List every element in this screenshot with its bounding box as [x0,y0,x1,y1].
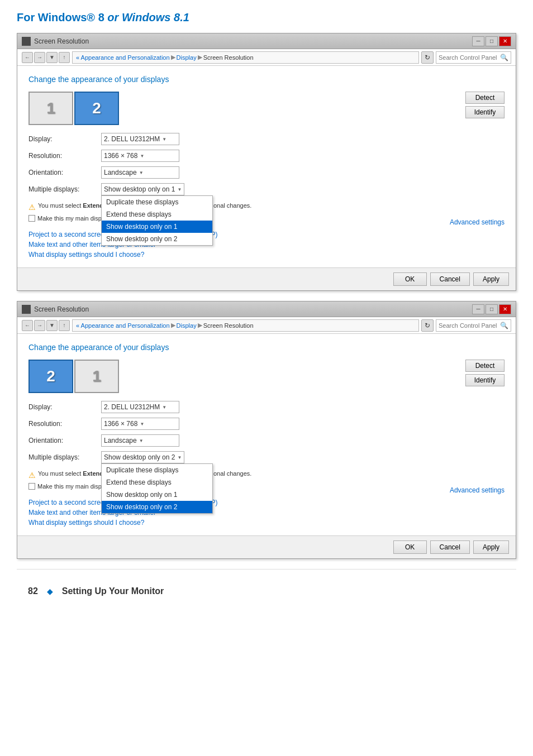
make-my-main-2: Make this my main display [28,483,505,490]
dd-show1-1[interactable]: Show desktop only on 1 [102,221,212,233]
window-2-controls: ─ □ ✕ [472,304,511,314]
multiple-label-1: Multiple displays: [28,185,101,193]
close-button[interactable]: ✕ [499,36,511,46]
link-project-2[interactable]: Project to a second screen (or press the… [28,499,505,506]
warning-icon-1: ⚠ [28,203,36,212]
sep1-2: ▶ [171,322,175,329]
breadcrumb-display-2[interactable]: Display [177,322,197,329]
multiple-dropdown-arrow-2: ▼ [177,455,182,460]
window-1-titlebar: Screen Resolution ─ □ ✕ [17,34,516,49]
multiple-dropdown-1[interactable]: Show desktop only on 1 ▼ [101,183,184,195]
displays-area-2: 2 1 Detect Identify [28,360,505,393]
breadcrumb-appearance-2[interactable]: « Appearance and Personalization [76,322,170,329]
page-footer: 82 ◆ Setting Up Your Monitor [17,569,516,607]
forward-button[interactable]: → [34,52,45,63]
minimize-button[interactable]: ─ [472,36,484,46]
monitor-2-box-2[interactable]: 2 [28,360,73,393]
address-path-2: « Appearance and Personalization ▶ Displ… [72,319,419,332]
window-1-footer: OK Cancel Apply [17,267,516,290]
multiple-dropdown-2[interactable]: Show desktop only on 2 ▼ [101,451,184,463]
window-2: Screen Resolution ─ □ ✕ ← → ▼ ↑ « Appear… [17,301,516,559]
search-input[interactable] [439,54,500,61]
display-dropdown-text-1: 2. DELL U2312HM [104,135,160,143]
back-button[interactable]: ← [22,52,33,63]
search-input-2[interactable] [439,322,500,329]
dd-extend-1[interactable]: Extend these displays [102,208,212,221]
restore-button-2[interactable]: □ [486,304,498,314]
make-main-checkbox-1[interactable] [28,215,35,222]
up-button[interactable]: ↑ [59,52,70,63]
monitors-visual-2: 2 1 [28,360,119,393]
refresh-button[interactable]: ↻ [421,51,434,64]
page-number: 82 [28,586,38,596]
cancel-button-1[interactable]: Cancel [430,272,470,286]
down-button[interactable]: ▼ [46,52,58,63]
breadcrumb-appearance[interactable]: « Appearance and Personalization [76,54,170,61]
cancel-button-2[interactable]: Cancel [430,540,470,554]
display-value-row-2: 2. DELL U2312HM ▼ [101,401,505,413]
monitor-1-box[interactable]: 1 [28,92,73,125]
orientation-label-1: Orientation: [28,169,101,176]
window-1: Screen Resolution ─ □ ✕ ← → ▼ ↑ « Appear… [17,33,516,291]
resolution-value-row-2: 1366 × 768 ▼ [101,418,505,430]
link-display-settings-1[interactable]: What display settings should I choose? [28,251,505,259]
dd-show2-1[interactable]: Show desktop only on 2 [102,233,212,245]
dd-show1-2[interactable]: Show desktop only on 1 [102,489,212,501]
dd-duplicate-2[interactable]: Duplicate these displays [102,464,212,476]
close-button-2[interactable]: ✕ [499,304,511,314]
link-project-1[interactable]: Project to a second screen (or press the… [28,231,505,238]
orientation-dropdown-2[interactable]: Landscape ▼ [101,434,179,447]
down-button-2[interactable]: ▼ [46,320,58,331]
diamond-icon: ◆ [47,587,53,596]
window-icon [22,37,31,46]
make-main-checkbox-2[interactable] [28,483,35,490]
resolution-dropdown-1[interactable]: 1366 × 768 ▼ [101,150,179,162]
monitor-1-box-2[interactable]: 1 [74,360,119,393]
detect-button-1[interactable]: Detect [465,92,505,104]
dd-duplicate-1[interactable]: Duplicate these displays [102,196,212,208]
make-main-label-1: Make this my main display [37,215,110,222]
section-heading-1: Change the appearance of your displays [28,75,505,84]
link-display-settings-2[interactable]: What display settings should I choose? [28,519,505,527]
search-box: 🔍 [436,51,511,64]
window-1-addressbar: ← → ▼ ↑ « Appearance and Personalization… [17,49,516,66]
breadcrumb-display[interactable]: Display [177,54,197,61]
orientation-dropdown-1[interactable]: Landscape ▼ [101,166,179,179]
monitor-1-num: 1 [46,99,55,117]
advanced-settings-link-2[interactable]: Advanced settings [450,486,505,495]
refresh-button-2[interactable]: ↻ [421,319,434,332]
dd-show2-2[interactable]: Show desktop only on 2 [102,501,212,513]
minimize-button-2[interactable]: ─ [472,304,484,314]
links-section-2: Project to a second screen (or press the… [28,499,505,527]
dd-extend-2[interactable]: Extend these displays [102,476,212,489]
search-icon: 🔍 [500,54,508,61]
link-text-size-1[interactable]: Make text and other items larger or smal… [28,241,505,248]
make-main-label-2: Make this my main display [37,483,110,490]
orientation-dropdown-text-2: Landscape [104,437,137,444]
link-text-size-2[interactable]: Make text and other items larger or smal… [28,509,505,516]
ok-button-2[interactable]: OK [393,540,427,554]
identify-button-1[interactable]: Identify [465,106,505,118]
restore-button[interactable]: □ [486,36,498,46]
orientation-dropdown-text-1: Landscape [104,169,137,176]
up-button-2[interactable]: ↑ [59,320,70,331]
display-dropdown-2[interactable]: 2. DELL U2312HM ▼ [101,401,179,413]
warning-icon-2: ⚠ [28,471,36,480]
ok-button-1[interactable]: OK [393,272,427,286]
search-box-2: 🔍 [436,319,511,332]
warning-area-1: ⚠ You must select Extend these displays … [28,200,505,222]
apply-button-2[interactable]: Apply [473,540,509,554]
links-section-1: Project to a second screen (or press the… [28,231,505,259]
detect-button-2[interactable]: Detect [465,360,505,372]
forward-button-2[interactable]: → [34,320,45,331]
settings-grid-2: Display: 2. DELL U2312HM ▼ Resolution: 1… [28,401,505,490]
identify-button-2[interactable]: Identify [465,374,505,386]
advanced-settings-link-1[interactable]: Advanced settings [450,218,505,227]
resolution-dropdown-2[interactable]: 1366 × 768 ▼ [101,418,179,430]
back-button-2[interactable]: ← [22,320,33,331]
apply-button-1[interactable]: Apply [473,272,509,286]
display-dropdown-arrow-1: ▼ [162,137,166,142]
address-path: « Appearance and Personalization ▶ Displ… [72,51,419,64]
display-dropdown-1[interactable]: 2. DELL U2312HM ▼ [101,133,179,145]
monitor-2-box[interactable]: 2 [74,92,119,125]
